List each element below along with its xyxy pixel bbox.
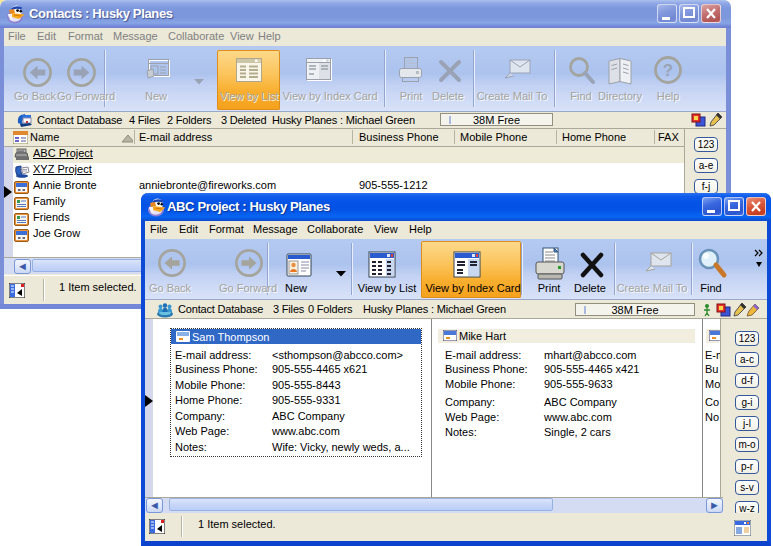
svg-text:?: ? [663,61,673,80]
